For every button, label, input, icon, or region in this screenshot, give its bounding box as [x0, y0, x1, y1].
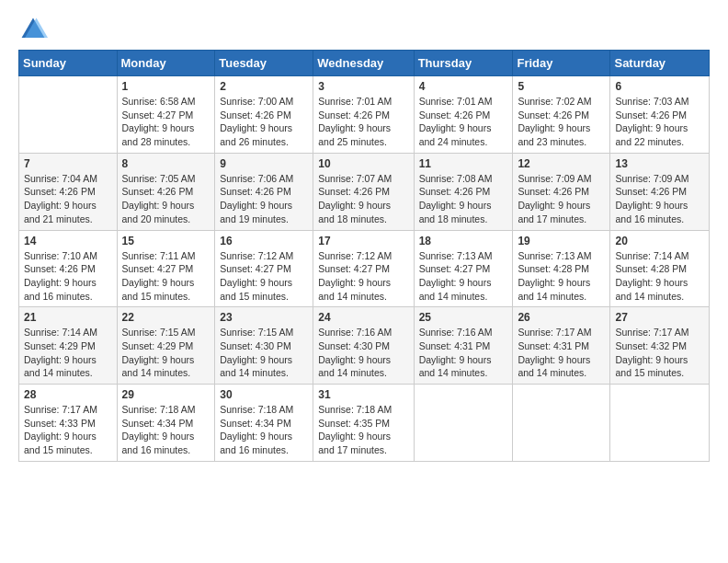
day-info: Sunrise: 7:17 AMSunset: 4:31 PMDaylight:… [518, 326, 605, 380]
calendar-header-row: SundayMondayTuesdayWednesdayThursdayFrid… [19, 51, 710, 76]
day-number: 13 [615, 157, 704, 170]
calendar-cell [414, 385, 513, 462]
calendar-cell: 19 Sunrise: 7:13 AMSunset: 4:28 PMDaylig… [513, 230, 610, 307]
day-info: Sunrise: 7:02 AMSunset: 4:26 PMDaylight:… [518, 95, 605, 149]
day-number: 4 [419, 80, 508, 93]
day-number: 2 [220, 80, 308, 93]
day-info: Sunrise: 6:58 AMSunset: 4:27 PMDaylight:… [122, 95, 210, 149]
calendar-cell: 6 Sunrise: 7:03 AMSunset: 4:26 PMDayligh… [610, 76, 710, 154]
day-info: Sunrise: 7:13 AMSunset: 4:28 PMDaylight:… [518, 249, 605, 304]
day-info: Sunrise: 7:17 AMSunset: 4:33 PMDaylight:… [24, 403, 112, 457]
calendar-cell: 18 Sunrise: 7:13 AMSunset: 4:27 PMDaylig… [414, 230, 513, 307]
day-number: 20 [615, 235, 704, 247]
day-info: Sunrise: 7:14 AMSunset: 4:28 PMDaylight:… [615, 249, 704, 304]
calendar-cell: 24 Sunrise: 7:16 AMSunset: 4:30 PMDaylig… [313, 307, 414, 385]
calendar-cell: 11 Sunrise: 7:08 AMSunset: 4:26 PMDaylig… [414, 153, 513, 230]
day-number: 18 [419, 235, 508, 247]
calendar-cell: 31 Sunrise: 7:18 AMSunset: 4:35 PMDaylig… [313, 385, 414, 462]
calendar-header-friday: Friday [513, 51, 610, 76]
day-number: 9 [220, 157, 308, 170]
day-info: Sunrise: 7:13 AMSunset: 4:27 PMDaylight:… [419, 249, 508, 304]
calendar-cell: 16 Sunrise: 7:12 AMSunset: 4:27 PMDaylig… [215, 230, 313, 307]
day-info: Sunrise: 7:18 AMSunset: 4:34 PMDaylight:… [122, 403, 210, 457]
day-info: Sunrise: 7:17 AMSunset: 4:32 PMDaylight:… [615, 326, 704, 380]
calendar-cell: 27 Sunrise: 7:17 AMSunset: 4:32 PMDaylig… [610, 307, 710, 385]
calendar-header-sunday: Sunday [19, 51, 118, 76]
day-info: Sunrise: 7:12 AMSunset: 4:27 PMDaylight:… [220, 249, 308, 304]
day-info: Sunrise: 7:01 AMSunset: 4:26 PMDaylight:… [318, 95, 408, 149]
day-info: Sunrise: 7:18 AMSunset: 4:34 PMDaylight:… [220, 403, 308, 457]
calendar-cell: 30 Sunrise: 7:18 AMSunset: 4:34 PMDaylig… [215, 385, 313, 462]
day-info: Sunrise: 7:18 AMSunset: 4:35 PMDaylight:… [318, 403, 408, 457]
calendar-header-thursday: Thursday [414, 51, 513, 76]
day-number: 31 [318, 388, 408, 401]
day-number: 17 [318, 235, 408, 247]
day-number: 15 [122, 235, 210, 247]
day-number: 12 [518, 157, 605, 170]
day-info: Sunrise: 7:15 AMSunset: 4:29 PMDaylight:… [122, 326, 210, 380]
day-info: Sunrise: 7:07 AMSunset: 4:26 PMDaylight:… [318, 172, 408, 226]
day-info: Sunrise: 7:08 AMSunset: 4:26 PMDaylight:… [419, 172, 508, 226]
day-info: Sunrise: 7:12 AMSunset: 4:27 PMDaylight:… [318, 249, 408, 304]
calendar-header-wednesday: Wednesday [313, 51, 414, 76]
day-number: 24 [318, 311, 408, 324]
calendar-cell: 21 Sunrise: 7:14 AMSunset: 4:29 PMDaylig… [19, 307, 118, 385]
calendar-week-row: 21 Sunrise: 7:14 AMSunset: 4:29 PMDaylig… [19, 307, 710, 385]
logo-icon [18, 15, 48, 44]
calendar-cell: 2 Sunrise: 7:00 AMSunset: 4:26 PMDayligh… [215, 76, 313, 154]
calendar-cell: 8 Sunrise: 7:05 AMSunset: 4:26 PMDayligh… [117, 153, 215, 230]
day-info: Sunrise: 7:14 AMSunset: 4:29 PMDaylight:… [24, 326, 112, 380]
calendar-cell: 3 Sunrise: 7:01 AMSunset: 4:26 PMDayligh… [313, 76, 414, 154]
day-number: 19 [518, 235, 605, 247]
calendar-cell: 29 Sunrise: 7:18 AMSunset: 4:34 PMDaylig… [117, 385, 215, 462]
calendar-cell: 25 Sunrise: 7:16 AMSunset: 4:31 PMDaylig… [414, 307, 513, 385]
day-info: Sunrise: 7:15 AMSunset: 4:30 PMDaylight:… [220, 326, 308, 380]
day-info: Sunrise: 7:01 AMSunset: 4:26 PMDaylight:… [419, 95, 508, 149]
calendar-cell: 4 Sunrise: 7:01 AMSunset: 4:26 PMDayligh… [414, 76, 513, 154]
calendar-cell: 10 Sunrise: 7:07 AMSunset: 4:26 PMDaylig… [313, 153, 414, 230]
day-number: 22 [122, 311, 210, 324]
day-number: 3 [318, 80, 408, 93]
calendar-cell: 5 Sunrise: 7:02 AMSunset: 4:26 PMDayligh… [513, 76, 610, 154]
day-info: Sunrise: 7:05 AMSunset: 4:26 PMDaylight:… [122, 172, 210, 226]
calendar-week-row: 14 Sunrise: 7:10 AMSunset: 4:26 PMDaylig… [19, 230, 710, 307]
day-info: Sunrise: 7:10 AMSunset: 4:26 PMDaylight:… [24, 249, 112, 304]
day-number: 7 [24, 157, 112, 170]
day-info: Sunrise: 7:16 AMSunset: 4:31 PMDaylight:… [419, 326, 508, 380]
calendar-cell: 28 Sunrise: 7:17 AMSunset: 4:33 PMDaylig… [19, 385, 118, 462]
day-number: 28 [24, 388, 112, 401]
day-number: 11 [419, 157, 508, 170]
calendar-cell: 20 Sunrise: 7:14 AMSunset: 4:28 PMDaylig… [610, 230, 710, 307]
calendar-cell: 1 Sunrise: 6:58 AMSunset: 4:27 PMDayligh… [117, 76, 215, 154]
day-info: Sunrise: 7:06 AMSunset: 4:26 PMDaylight:… [220, 172, 308, 226]
day-number: 6 [615, 80, 704, 93]
calendar-cell: 7 Sunrise: 7:04 AMSunset: 4:26 PMDayligh… [19, 153, 118, 230]
calendar-header-monday: Monday [117, 51, 215, 76]
day-info: Sunrise: 7:09 AMSunset: 4:26 PMDaylight:… [615, 172, 704, 226]
calendar-cell [610, 385, 710, 462]
day-info: Sunrise: 7:11 AMSunset: 4:27 PMDaylight:… [122, 249, 210, 304]
calendar-table: SundayMondayTuesdayWednesdayThursdayFrid… [18, 50, 710, 462]
day-number: 16 [220, 235, 308, 247]
day-info: Sunrise: 7:03 AMSunset: 4:26 PMDaylight:… [615, 95, 704, 149]
calendar-cell: 23 Sunrise: 7:15 AMSunset: 4:30 PMDaylig… [215, 307, 313, 385]
calendar-cell: 22 Sunrise: 7:15 AMSunset: 4:29 PMDaylig… [117, 307, 215, 385]
day-number: 5 [518, 80, 605, 93]
day-info: Sunrise: 7:16 AMSunset: 4:30 PMDaylight:… [318, 326, 408, 380]
calendar-cell: 14 Sunrise: 7:10 AMSunset: 4:26 PMDaylig… [19, 230, 118, 307]
calendar-cell [513, 385, 610, 462]
calendar-cell: 12 Sunrise: 7:09 AMSunset: 4:26 PMDaylig… [513, 153, 610, 230]
day-number: 10 [318, 157, 408, 170]
calendar-cell: 17 Sunrise: 7:12 AMSunset: 4:27 PMDaylig… [313, 230, 414, 307]
header [18, 15, 710, 44]
day-info: Sunrise: 7:09 AMSunset: 4:26 PMDaylight:… [518, 172, 605, 226]
calendar-header-tuesday: Tuesday [215, 51, 313, 76]
calendar-header-saturday: Saturday [610, 51, 710, 76]
logo [18, 15, 51, 44]
day-number: 23 [220, 311, 308, 324]
day-number: 26 [518, 311, 605, 324]
day-number: 29 [122, 388, 210, 401]
calendar-cell: 9 Sunrise: 7:06 AMSunset: 4:26 PMDayligh… [215, 153, 313, 230]
day-info: Sunrise: 7:00 AMSunset: 4:26 PMDaylight:… [220, 95, 308, 149]
calendar-cell [19, 76, 118, 154]
